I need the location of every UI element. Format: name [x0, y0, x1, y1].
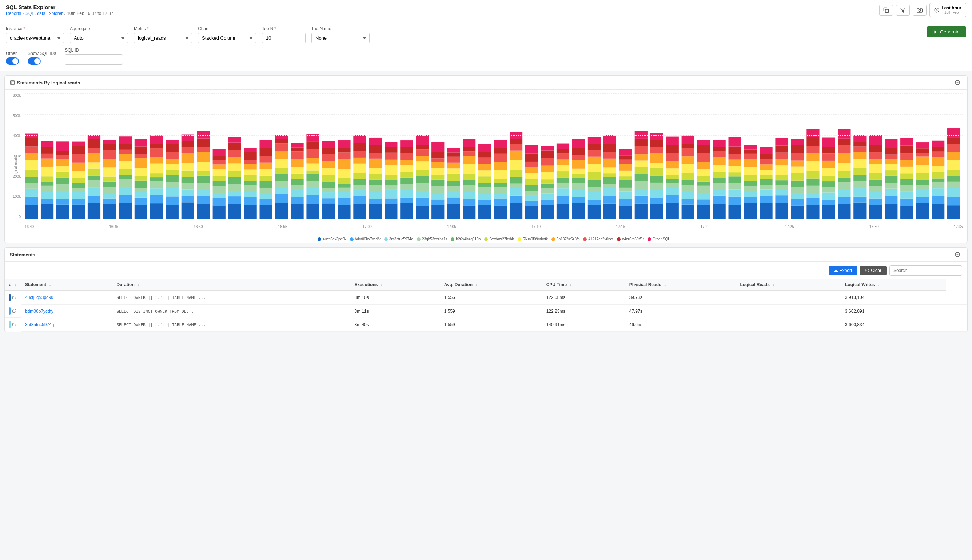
- metric-select[interactable]: logical_reads: [134, 33, 192, 43]
- row-physical-reads: [735, 304, 841, 318]
- svg-marker-1: [901, 8, 905, 12]
- chart-area-container: 600k 500k 400k 300k 200k 100k 0 logical …: [5, 90, 967, 243]
- statement-id-link[interactable]: bdm06b7ycdfy: [25, 309, 108, 314]
- app-header: SQL Stats Explorer Reports › SQL Stats E…: [6, 4, 113, 16]
- svg-line-673: [14, 310, 16, 312]
- row-executions: 1,559: [440, 318, 542, 331]
- svg-marker-4: [934, 30, 937, 33]
- row-indicator: [9, 321, 10, 328]
- sql-id-control: SQL ID: [65, 48, 123, 65]
- table-row: bdm06b7ycdfySELECT DISTINCT OWNER FROM D…: [5, 304, 967, 318]
- generate-button[interactable]: Generate: [927, 26, 966, 37]
- y-axis-title: logical reads: [14, 156, 18, 177]
- controls-row-2: Other Show SQL IDs SQL ID: [6, 48, 966, 65]
- legend-dot: [552, 237, 555, 241]
- legend-item: 23qb53zxzbs1s: [417, 237, 447, 241]
- chart-label: Chart: [198, 26, 256, 31]
- row-avg-duration: 122.23ms: [542, 304, 625, 318]
- row-avg-duration: 122.08ms: [542, 290, 625, 304]
- col-logical-reads: Logical Reads ↕: [735, 279, 841, 290]
- show-sql-ids-label: Show SQL IDs: [28, 51, 56, 56]
- row-num-cell: [5, 304, 21, 318]
- legend-dot: [583, 237, 587, 241]
- row-duration: 3m 11s: [350, 304, 439, 318]
- col-logical-writes: Logical Writes ↕: [841, 279, 946, 290]
- legend-dot: [350, 237, 353, 241]
- svg-rect-0: [885, 10, 889, 13]
- legend-item: 3n137fut5z8fp: [552, 237, 580, 241]
- legend-dot: [647, 237, 651, 241]
- row-duration: 3m 10s: [350, 290, 439, 304]
- svg-rect-5: [10, 81, 15, 85]
- export-button[interactable]: Export: [829, 266, 857, 275]
- svg-point-2: [919, 10, 921, 11]
- statements-title: Statements: [10, 252, 35, 257]
- external-link-icon[interactable]: [12, 322, 17, 327]
- breadcrumb: Reports › SQL Stats Explorer › 10th Feb …: [6, 11, 113, 16]
- row-cpu-time: 47.97s: [625, 304, 736, 318]
- statements-header: Statements: [5, 248, 967, 262]
- table-row: 4uctj6qx3pd9kSELECT OWNER || '.' || TABL…: [5, 290, 967, 304]
- screenshot-button[interactable]: [913, 5, 927, 16]
- show-sql-ids-toggle[interactable]: [28, 57, 41, 65]
- legend-dot: [318, 237, 321, 241]
- instance-select[interactable]: oracle-rds-webtuna: [6, 33, 64, 43]
- tagname-label: Tag Name: [312, 26, 370, 31]
- clear-button[interactable]: Clear: [860, 266, 887, 275]
- row-id-cell: 3nt3ntuc5974q: [21, 318, 112, 331]
- controls-area: Instance * oracle-rds-webtuna Aggregate …: [0, 20, 972, 71]
- legend-item: Other SQL: [647, 237, 670, 241]
- statements-toolbar: Export Clear: [5, 262, 967, 279]
- row-logical-reads: 3,913,104: [841, 290, 946, 304]
- row-executions: 1,559: [440, 304, 542, 318]
- col-duration: Duration ↕: [112, 279, 350, 290]
- breadcrumb-timerange: 10th Feb 16:37 to 17:37: [67, 11, 113, 16]
- app-title: SQL Stats Explorer: [6, 4, 113, 10]
- chart-select[interactable]: Stacked Column: [198, 33, 256, 43]
- legend-item: 41217ac2v0nqt: [583, 237, 613, 241]
- aggregate-select[interactable]: Auto: [70, 33, 128, 43]
- collapse-chart-button[interactable]: [953, 79, 962, 86]
- col-executions: Executions ↕: [350, 279, 439, 290]
- sql-id-input[interactable]: [65, 54, 123, 65]
- row-logical-writes: [946, 290, 967, 304]
- copy-button[interactable]: [879, 5, 893, 16]
- other-toggle[interactable]: [6, 57, 19, 65]
- tagname-control: Tag Name None: [312, 26, 370, 43]
- row-logical-writes: [946, 304, 967, 318]
- top-bar-actions: Last hour 10th Feb: [879, 3, 966, 17]
- external-link-icon[interactable]: [12, 295, 17, 300]
- legend-item: b26s4is4q919h: [451, 237, 480, 241]
- tagname-select[interactable]: None: [312, 33, 370, 43]
- collapse-statements-button[interactable]: [953, 251, 962, 258]
- legend-item: 5cxdazr27bxhb: [484, 237, 514, 241]
- controls-row-1: Instance * oracle-rds-webtuna Aggregate …: [6, 26, 966, 43]
- row-logical-writes: [946, 318, 967, 331]
- filter-button[interactable]: [896, 5, 910, 16]
- chart-gridlines: [25, 93, 963, 218]
- legend-item: a4nr6rq68tf9r: [617, 237, 644, 241]
- chart-section-header: Statements By logical reads: [5, 76, 967, 90]
- row-executions: 1,556: [440, 290, 542, 304]
- legend-dot: [384, 237, 388, 241]
- row-logical-reads: 3,662,091: [841, 304, 946, 318]
- svg-line-672: [14, 296, 16, 298]
- col-cpu-time: CPU Time ↕: [542, 279, 625, 290]
- search-input[interactable]: [889, 265, 962, 276]
- topn-input[interactable]: [262, 33, 305, 43]
- time-range-button[interactable]: Last hour 10th Feb: [929, 3, 966, 17]
- other-label: Other: [6, 51, 19, 56]
- breadcrumb-reports[interactable]: Reports: [6, 11, 21, 16]
- external-link-icon[interactable]: [12, 309, 17, 313]
- col-statement: Statement ↕: [21, 279, 112, 290]
- legend-item: 4ucti6ax3pd9k: [318, 237, 346, 241]
- metric-control: Metric * logical_reads: [134, 26, 192, 43]
- chart-control: Chart Stacked Column: [198, 26, 256, 43]
- time-sub: 10th Feb: [942, 10, 962, 15]
- statements-tbody: 4uctj6qx3pd9kSELECT OWNER || '.' || TABL…: [5, 290, 967, 331]
- breadcrumb-sql-stats[interactable]: SQL Stats Explorer: [25, 11, 63, 16]
- table-row: 3nt3ntuc5974qSELECT OWNER || '.' || TABL…: [5, 318, 967, 331]
- instance-control: Instance * oracle-rds-webtuna: [6, 26, 64, 43]
- statement-id-link[interactable]: 4uctj6qx3pd9k: [25, 295, 108, 300]
- statement-id-link[interactable]: 3nt3ntuc5974q: [25, 322, 108, 327]
